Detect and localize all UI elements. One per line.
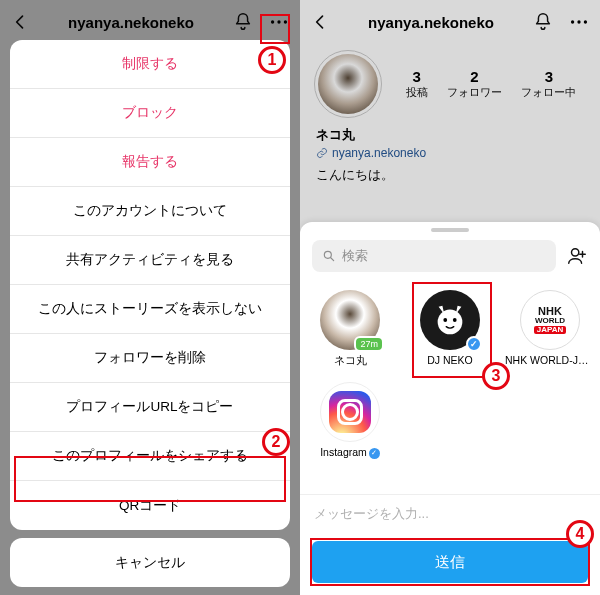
share-target[interactable]: NHKWORLDJAPANNHK WORLD-JAPAN… [500,284,600,376]
action-sheet-item[interactable]: ブロック [10,89,290,138]
callout-badge-2: 2 [262,428,290,456]
activity-time-badge: 27m [354,336,384,352]
action-sheet-item[interactable]: プロフィールURLをコピー [10,383,290,432]
add-recipient-icon[interactable] [566,245,588,267]
share-target[interactable]: DJ NEKO [400,284,500,376]
action-sheet-item[interactable]: QRコード [10,481,290,530]
action-sheet-item[interactable]: 共有アクティビティを見る [10,236,290,285]
svg-point-7 [572,249,579,256]
share-target-avatar: 27m [320,290,380,350]
share-target[interactable]: Instagram [300,376,400,467]
search-icon [322,249,336,263]
share-sheet: 検索 27mネコ丸DJ NEKONHKWORLDJAPANNHK WORLD-J… [300,222,600,595]
share-target-name: NHK WORLD-JAPAN… [505,354,595,366]
share-target-avatar: NHKWORLDJAPAN [520,290,580,350]
action-sheet-item[interactable]: 制限する [10,40,290,89]
svg-point-6 [324,251,331,258]
svg-point-8 [438,310,463,335]
action-sheet: 制限するブロック報告するこのアカウントについて共有アクティビティを見るこの人にス… [10,40,290,587]
svg-point-10 [453,318,457,322]
share-target-name: ネコ丸 [334,354,367,368]
verified-badge-icon [466,336,482,352]
callout-badge-4: 4 [566,520,594,548]
verified-badge-icon [369,448,380,459]
screen-profile-actions: nyanya.nekoneko 3 投稿 2 フォロワー [0,0,300,595]
action-sheet-item[interactable]: このアカウントについて [10,187,290,236]
share-target-name: DJ NEKO [427,354,473,366]
action-sheet-item[interactable]: 報告する [10,138,290,187]
share-target-avatar [420,290,480,350]
share-target-avatar [320,382,380,442]
share-search-input[interactable]: 検索 [312,240,556,272]
action-sheet-item[interactable]: フォロワーを削除 [10,334,290,383]
share-target-name: Instagram [320,446,380,459]
search-placeholder: 検索 [342,247,368,265]
sheet-grabber[interactable] [431,228,469,232]
send-button[interactable]: 送信 [312,541,588,583]
callout-badge-3: 3 [482,362,510,390]
svg-point-9 [443,318,447,322]
action-sheet-item[interactable]: この人にストーリーズを表示しない [10,285,290,334]
screen-share-sheet: nyanya.nekoneko 3 投稿 2 フォロワー [300,0,600,595]
message-input[interactable]: メッセージを入力... [300,494,600,533]
action-sheet-item[interactable]: このプロフィールをシェアする [10,432,290,481]
action-sheet-cancel[interactable]: キャンセル [10,538,290,587]
share-target[interactable]: 27mネコ丸 [300,284,400,376]
callout-badge-1: 1 [258,46,286,74]
